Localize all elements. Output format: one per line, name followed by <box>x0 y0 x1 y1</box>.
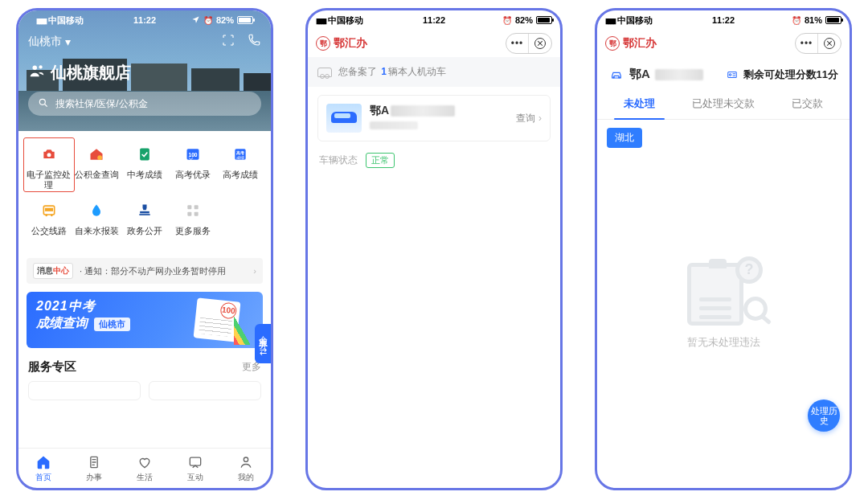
svg-rect-18 <box>194 206 198 210</box>
carrier-label: 中国移动 <box>328 14 363 27</box>
section-title: 服务专区 <box>28 359 76 375</box>
close-icon <box>824 38 835 49</box>
plate-display: 鄂A <box>608 67 703 82</box>
tab-affairs[interactable]: 办事 <box>69 449 120 488</box>
service-label: 高考优录 <box>175 170 211 191</box>
battery-percent: 82% <box>216 15 234 25</box>
miniprogram-controls <box>795 33 841 54</box>
svg-rect-5 <box>140 149 149 161</box>
svg-point-2 <box>39 99 45 104</box>
stamp-icon <box>133 199 157 223</box>
close-button[interactable] <box>529 34 551 53</box>
promo-banner[interactable]: 2021中考 成绩查询 仙桃市 <box>27 292 263 348</box>
miniprogram-controls <box>506 33 552 54</box>
service-item-gov-public[interactable]: 政务公开 <box>121 199 169 247</box>
service-label: 更多服务 <box>175 226 211 247</box>
city-selector[interactable]: 仙桃市 ▾ <box>28 35 71 49</box>
car-outline-icon <box>317 68 332 77</box>
service-item-gaokao-score[interactable]: 高考成绩 高考成绩 <box>216 142 264 191</box>
service-item-housing-fund[interactable]: 公积金查询 <box>73 142 121 191</box>
tab-home[interactable]: 首页 <box>18 449 69 488</box>
redacted-plate <box>655 69 703 80</box>
service-label: 政务公开 <box>127 226 162 247</box>
svg-point-3 <box>47 153 51 157</box>
tab-paid[interactable]: 已交款 <box>765 88 850 119</box>
location-arrow-icon <box>191 15 200 26</box>
service-label: 公积金查询 <box>75 170 119 191</box>
score100-icon: 100 <box>181 142 205 166</box>
app-header: 鄂 鄂汇办 <box>597 30 850 57</box>
query-link[interactable]: 查询› <box>516 112 542 125</box>
tab-interact[interactable]: 互动 <box>170 449 220 488</box>
battery-percent: 82% <box>515 15 533 25</box>
status-label: 车辆状态 <box>319 154 358 167</box>
tab-label: 首页 <box>35 472 51 483</box>
app-header: 鄂 鄂汇办 <box>308 30 560 57</box>
section-cards <box>28 381 261 400</box>
service-item-bus-routes[interactable]: 公交线路 <box>25 199 73 247</box>
close-button[interactable] <box>818 34 841 53</box>
car-front-icon <box>608 68 624 81</box>
app-name: 鄂汇办 <box>334 36 367 51</box>
tab-label: 我的 <box>238 472 254 483</box>
service-item-gaokao-youlu[interactable]: 100 高考优录 <box>169 142 217 191</box>
vehicle-info: 鄂A <box>370 104 508 133</box>
chevron-right-icon: › <box>538 113 542 124</box>
battery-icon <box>825 16 841 24</box>
phone-icon[interactable] <box>247 33 261 51</box>
car-thumb-icon <box>326 104 362 133</box>
menu-button[interactable] <box>506 34 529 53</box>
region-chip[interactable]: 湖北 <box>607 128 642 148</box>
section-header: 服务专区 更多 <box>28 359 261 375</box>
service-label: 高考成绩 <box>223 170 258 191</box>
svg-point-13 <box>45 215 47 217</box>
hero-header: 中国移动 11:22 82% 仙桃市 ▾ <box>18 10 271 131</box>
service-item-electronic-monitoring[interactable]: 电子监控处理 <box>25 142 73 191</box>
store-title: 仙桃旗舰店 <box>51 62 131 84</box>
service-item-zhongkao-score[interactable]: 中考成绩 <box>121 142 169 191</box>
vehicle-count-band: 您备案了 1辆本人机动车 <box>308 57 560 87</box>
service-label: 电子监控处理 <box>25 170 73 191</box>
svg-point-27 <box>729 73 731 75</box>
signal-icon <box>316 15 326 25</box>
history-fab[interactable]: 处理历史 <box>808 400 840 432</box>
count-highlight: 1 <box>381 66 387 77</box>
clock: 11:22 <box>133 15 156 25</box>
chevron-down-icon: ▾ <box>65 35 71 48</box>
scan-icon[interactable] <box>221 33 235 51</box>
tab-processed-unpaid[interactable]: 已处理未交款 <box>682 88 766 119</box>
carrier-label: 中国移动 <box>48 14 84 27</box>
svg-point-25 <box>619 76 620 77</box>
tab-life[interactable]: 生活 <box>120 449 170 488</box>
app-name: 鄂汇办 <box>623 36 657 51</box>
screen-2-vehicle-list: 中国移动 11:22 82% 鄂 鄂汇办 您备案了 1辆本人机动车 <box>305 8 563 490</box>
notice-bar[interactable]: 消息中心 · 通知：部分不动产网办业务暂时停用 › <box>27 258 263 284</box>
search-icon <box>38 97 49 111</box>
vehicle-card[interactable]: 鄂A 查询› <box>317 95 551 141</box>
search-input[interactable]: 搜索社保/医保/公积金 <box>28 92 261 116</box>
dots-icon <box>511 38 524 49</box>
house-money-icon <box>84 142 108 166</box>
mini-card[interactable] <box>28 381 141 400</box>
app-logo: 鄂 鄂汇办 <box>316 36 367 51</box>
seal-icon: 鄂 <box>605 36 620 51</box>
plate-points-bar: 鄂A 剩余可处理分数11分 <box>605 60 841 88</box>
enterprise-side-tab[interactable]: 企业服务 ⇄ <box>255 324 271 363</box>
svg-text:成绩: 成绩 <box>236 155 244 160</box>
service-item-water[interactable]: 自来水报装 <box>73 199 121 247</box>
tab-mine[interactable]: 我的 <box>220 449 271 488</box>
tab-label: 互动 <box>187 472 203 483</box>
dots-icon <box>800 38 813 49</box>
tab-unprocessed[interactable]: 未处理 <box>597 88 682 119</box>
menu-button[interactable] <box>796 34 818 53</box>
svg-rect-19 <box>187 212 191 216</box>
empty-illustration: ? <box>679 255 768 327</box>
empty-text: 暂无未处理违法 <box>687 335 760 350</box>
svg-text:100: 100 <box>188 152 197 158</box>
clock: 11:22 <box>712 15 735 25</box>
mini-card[interactable] <box>149 381 261 400</box>
svg-point-24 <box>613 76 614 77</box>
vehicle-plate: 鄂A <box>370 104 508 118</box>
service-item-more[interactable]: 更多服务 <box>169 199 217 247</box>
notice-text: · 通知：部分不动产网办业务暂时停用 <box>80 265 226 277</box>
